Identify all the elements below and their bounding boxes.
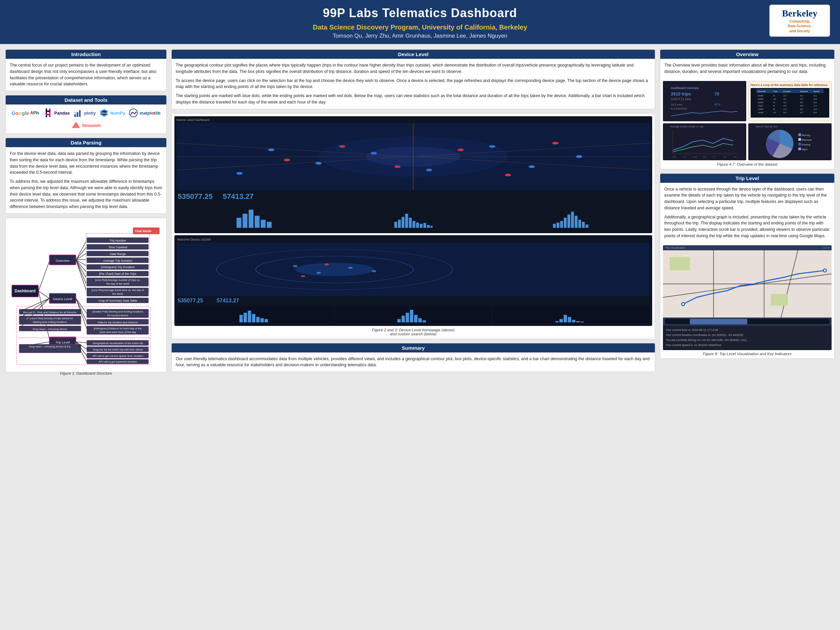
- svg-text:Date Range: Date Range: [110, 252, 126, 255]
- svg-rect-161: [252, 314, 255, 322]
- svg-text:starting and ending locations: starting and ending locations: [33, 320, 67, 323]
- svg-rect-126: [398, 220, 401, 228]
- chart-2: [335, 204, 491, 231]
- svg-rect-178: [572, 320, 576, 322]
- svg-rect-129: [409, 218, 412, 228]
- data-parsing-p2: To address this, we adjusted the maximum…: [10, 178, 162, 210]
- svg-rect-123: [267, 222, 272, 228]
- device-stats-row: 535077.25 57413.27: [177, 190, 650, 203]
- device-level-p3: The starting points are marked with blue…: [176, 93, 651, 106]
- svg-rect-174: [556, 321, 559, 322]
- search-stat-2: 57413.27: [217, 298, 239, 304]
- overview-line-chart: Average number of trips vs. day Mon Tue …: [663, 123, 746, 160]
- svg-text:141084: 141084: [758, 95, 763, 97]
- svg-rect-168: [406, 313, 409, 322]
- svg-text:[Histogram] Trip Duration: [Histogram] Trip Duration: [101, 265, 135, 269]
- overview-fig-caption: Figure 4-7: Overview of the dataset: [663, 162, 832, 166]
- svg-text:68: 68: [773, 108, 775, 110]
- summary-section: Summary Our user-friendly telematics das…: [171, 343, 655, 372]
- summary-text: Our user-friendly telematics dashboard a…: [172, 352, 655, 372]
- device-level-p1: The geographical contour plot signifies …: [176, 62, 651, 75]
- tool-streamlit: Streamlit: [71, 121, 101, 130]
- device-stat-value-1: 535077.25: [178, 192, 213, 201]
- svg-text:Fri: Fri: [713, 156, 715, 158]
- svg-text:NumPy: NumPy: [102, 112, 109, 115]
- svg-text:6/1-6/30/2020: 6/1-6/30/2020: [671, 107, 687, 110]
- svg-text:Sun: Sun: [733, 156, 737, 158]
- svg-text:19.8: 19.8: [813, 98, 817, 100]
- svg-text:12.4: 12.4: [783, 95, 786, 97]
- trip-level-header: Trip Level: [660, 174, 834, 183]
- svg-rect-172: [423, 320, 426, 322]
- svg-text:the day of the week: the day of the week: [106, 282, 129, 285]
- svg-text:Dashboard Overview: Dashboard Overview: [671, 86, 699, 89]
- svg-text:Distance: Distance: [800, 90, 808, 92]
- svg-rect-131: [416, 223, 418, 228]
- trip-scrollbar[interactable]: [663, 317, 832, 325]
- svg-text:the week: the week: [112, 292, 123, 295]
- svg-rect-7: [74, 112, 76, 114]
- device-level-section: Device Level The geographical contour pl…: [171, 49, 655, 109]
- svg-rect-120: [249, 210, 253, 228]
- tool-google: Google APIs: [11, 110, 39, 116]
- svg-text:Wed: Wed: [693, 156, 697, 158]
- svg-rect-141: [567, 215, 570, 228]
- data-parsing-header: Data Parsing: [6, 138, 166, 147]
- tool-matplotlib: matplotlib: [129, 108, 160, 118]
- chart-3: [494, 204, 650, 231]
- device-stat-value-2: 57413.27: [223, 192, 254, 201]
- svg-point-114: [553, 142, 559, 144]
- search-chart-3: [493, 306, 649, 323]
- device-level-p2: To access the device page, users can cli…: [176, 77, 651, 90]
- svg-rect-175: [559, 319, 563, 322]
- device-fig-caption: Figure 2 and 3: Device Level homepage (a…: [174, 328, 652, 336]
- svg-rect-240: [798, 133, 801, 136]
- trip-map-container: Trip Visualization 14/76: [660, 243, 834, 358]
- svg-rect-158: [240, 315, 243, 322]
- svg-text:25.8: 25.8: [813, 108, 817, 110]
- svg-text:20.1: 20.1: [783, 112, 786, 114]
- svg-point-153: [348, 267, 353, 269]
- berkeley-logo: Berkeley Computing,Data Science,and Soci…: [769, 5, 830, 36]
- overview-text: The Overview level provides basic inform…: [660, 59, 834, 78]
- svg-text:16.8: 16.8: [783, 105, 786, 107]
- overview-header: Overview: [660, 50, 834, 59]
- svg-rect-177: [568, 317, 571, 322]
- svg-rect-0: [46, 109, 47, 117]
- svg-text:141088: 141088: [758, 108, 763, 110]
- svg-text:Dashboard: Dashboard: [15, 289, 36, 293]
- svg-text:Boxplot for Time and Distance : Boxplot for Time and Distance for all De…: [23, 311, 76, 314]
- svg-rect-139: [560, 221, 563, 227]
- svg-text:Drop down - choosing device: Drop down - choosing device: [33, 327, 67, 330]
- svg-text:141087: 141087: [758, 105, 763, 107]
- trip-map-header: Trip Visualization 14/76: [663, 245, 832, 250]
- svg-text:1232 h 11 mins: 1232 h 11 mins: [671, 98, 692, 101]
- svg-rect-134: [427, 225, 430, 227]
- svg-rect-3: [46, 114, 51, 115]
- svg-text:[Scatter Plot] Starting and En: [Scatter Plot] Starting and Ending locat…: [92, 310, 143, 313]
- tool-numpy: NumPy NumPy: [99, 108, 125, 118]
- svg-text:[Line Plot] Average travel tim: [Line Plot] Average travel time vs. the …: [92, 289, 144, 292]
- svg-rect-128: [405, 214, 408, 228]
- svg-rect-127: [401, 217, 404, 227]
- svg-rect-246: [798, 147, 801, 150]
- svg-text:21.0: 21.0: [813, 105, 817, 107]
- svg-rect-121: [255, 216, 259, 228]
- note-area: Dashboard Overview 2610 trips 1232 h 11 …: [663, 81, 832, 160]
- device-stat-2: 57413.27: [223, 192, 254, 201]
- svg-rect-255: [771, 294, 788, 306]
- svg-text:Trial Mode: Trial Mode: [135, 229, 152, 233]
- svg-text:141085: 141085: [758, 98, 763, 100]
- svg-rect-162: [256, 317, 260, 322]
- header-subtitle: Data Science Discovery Program, Universi…: [7, 24, 833, 31]
- svg-text:Night: Night: [802, 148, 807, 151]
- svg-text:Speed: Speed: [813, 90, 819, 92]
- berkeley-sub: Computing,Data Science,and Society: [775, 19, 824, 33]
- svg-text:Tue: Tue: [683, 156, 687, 158]
- svg-text:2610 trips: 2610 trips: [671, 92, 691, 96]
- page-title: 99P Labs Telematics Dashboard: [7, 6, 833, 20]
- svg-text:103: 103: [773, 98, 776, 100]
- search-charts: [177, 306, 649, 323]
- svg-rect-135: [431, 226, 433, 228]
- svg-text:141086: 141086: [758, 101, 763, 104]
